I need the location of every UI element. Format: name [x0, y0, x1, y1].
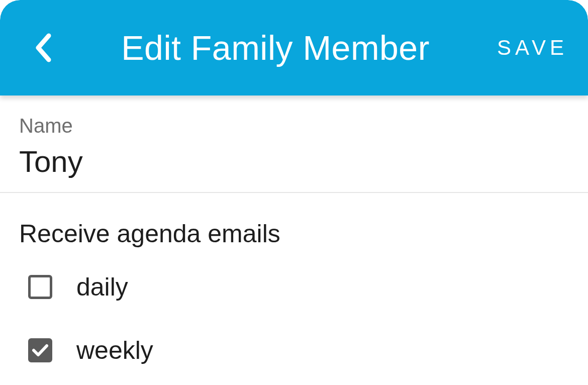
agenda-option-daily[interactable]: daily — [19, 268, 569, 306]
name-input[interactable] — [19, 143, 569, 180]
checkbox-daily-label: daily — [76, 272, 128, 302]
agenda-section-label: Receive agenda emails — [19, 219, 569, 248]
form-content: Name Receive agenda emails daily — [0, 95, 588, 369]
back-button[interactable] — [28, 28, 58, 68]
checkbox-weekly[interactable] — [28, 338, 52, 362]
app-header: Edit Family Member SAVE — [0, 0, 588, 95]
app-screen: Edit Family Member SAVE Name Receive age… — [0, 0, 588, 385]
agenda-option-weekly[interactable]: weekly — [19, 332, 569, 369]
name-field-label: Name — [19, 115, 569, 137]
check-icon — [32, 344, 48, 357]
name-section: Name — [0, 101, 588, 193]
chevron-left-icon — [34, 33, 51, 62]
agenda-section: Receive agenda emails daily weekly — [0, 193, 588, 369]
save-button[interactable]: SAVE — [493, 31, 568, 65]
checkbox-daily[interactable] — [28, 275, 52, 299]
checkbox-weekly-label: weekly — [76, 336, 153, 365]
page-title: Edit Family Member — [58, 28, 493, 67]
